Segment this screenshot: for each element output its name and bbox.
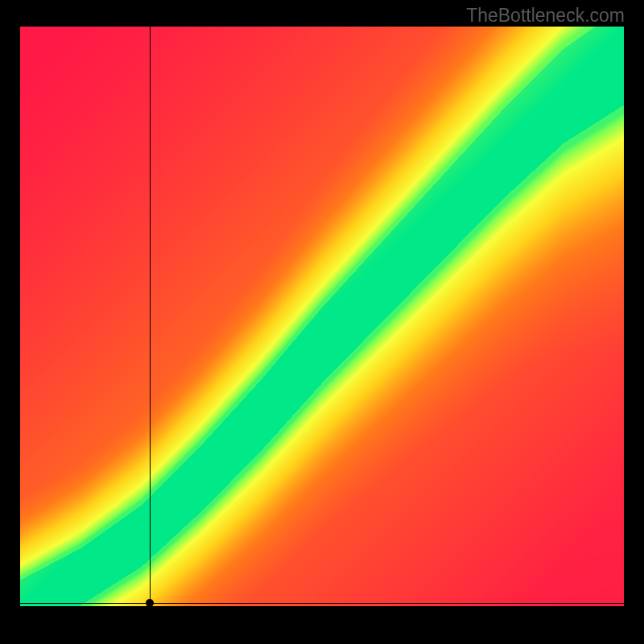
heatmap-plot xyxy=(20,27,624,606)
heatmap-canvas xyxy=(20,27,624,606)
crosshair-marker xyxy=(146,599,154,607)
crosshair-horizontal xyxy=(20,603,624,604)
watermark-text: TheBottleneck.com xyxy=(466,5,625,27)
crosshair-vertical xyxy=(150,27,151,606)
